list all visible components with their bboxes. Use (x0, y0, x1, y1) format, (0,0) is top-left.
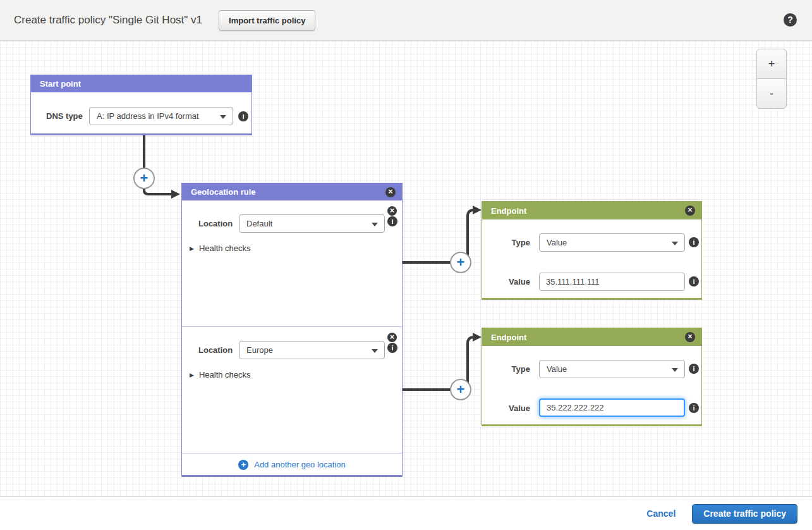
start-point-box: Start point DNS type A: IP address in IP… (30, 75, 252, 135)
help-icon[interactable]: ? (784, 13, 797, 27)
location-selected-value: Default (246, 219, 272, 228)
health-checks-expander[interactable]: ▶ Health checks (190, 243, 251, 253)
type-label: Type (495, 360, 530, 378)
endpoint-type-selected-value: Value (547, 238, 567, 247)
add-icon: + (238, 460, 248, 470)
endpoint-header: Endpoint × (482, 328, 701, 346)
top-header-bar: Create traffic policy "Single Git Host" … (0, 0, 812, 41)
chevron-down-icon (220, 115, 226, 119)
location-selected-value: Europe (246, 345, 273, 355)
add-geo-location-label: Add another geo location (254, 460, 346, 469)
remove-location-icon[interactable]: × (387, 206, 397, 216)
create-traffic-policy-button[interactable]: Create traffic policy (692, 504, 797, 524)
value-label: Value (495, 273, 530, 291)
geolocation-rule-box: Geolocation rule × × Location Default i … (181, 183, 403, 477)
arrowhead-icon (473, 333, 482, 342)
value-info-icon[interactable]: i (689, 276, 699, 287)
location-info-icon[interactable]: i (387, 343, 397, 353)
endpoint-value-input[interactable] (539, 398, 685, 417)
endpoint-type-select[interactable]: Value (539, 233, 685, 252)
canvas: + - + + + Start point DNS type A: IP add… (0, 41, 812, 496)
expander-arrow-icon: ▶ (190, 245, 194, 252)
geo-section-europe: × Location Europe i ▶ Health checks (182, 327, 402, 453)
location-info-icon[interactable]: i (387, 216, 397, 226)
start-point-header: Start point (31, 75, 251, 92)
chevron-down-icon (372, 349, 378, 353)
cancel-link[interactable]: Cancel (646, 508, 676, 519)
type-label: Type (495, 233, 530, 252)
endpoint-title: Endpoint (491, 206, 685, 216)
value-label: Value (495, 399, 530, 417)
location-label: Location (198, 214, 233, 233)
dns-type-select[interactable]: A: IP address in IPv4 format (89, 107, 233, 125)
close-icon[interactable]: × (685, 332, 695, 342)
type-info-icon[interactable]: i (689, 364, 699, 374)
zoom-in-button[interactable]: + (756, 49, 787, 79)
endpoint-title: Endpoint (491, 333, 685, 342)
close-icon[interactable]: × (685, 206, 695, 216)
endpoint-type-select[interactable]: Value (539, 360, 685, 378)
health-checks-expander[interactable]: ▶ Health checks (190, 370, 251, 379)
endpoint-value-input[interactable] (539, 273, 685, 291)
import-traffic-policy-button[interactable]: Import traffic policy (219, 10, 315, 31)
health-checks-label: Health checks (199, 370, 251, 379)
chevron-down-icon (672, 368, 678, 372)
endpoint-box-1: Endpoint × Type Value i Value i (482, 201, 702, 300)
add-geo-location-link[interactable]: + Add another geo location (182, 453, 402, 476)
location-select[interactable]: Default (239, 214, 385, 233)
zoom-out-button[interactable]: - (756, 78, 787, 109)
endpoint-header: Endpoint × (482, 202, 701, 219)
insert-rule-plus-button[interactable]: + (133, 168, 155, 189)
page-title: Create traffic policy "Single Git Host" … (14, 14, 202, 27)
geolocation-rule-title: Geolocation rule (191, 187, 385, 197)
location-label: Location (198, 341, 233, 359)
endpoint-box-2: Endpoint × Type Value i Value i (482, 328, 702, 426)
connect-endpoint-plus-button-2[interactable]: + (450, 379, 471, 400)
geo-section-default: × Location Default i ▶ Health checks (182, 200, 402, 327)
arrowhead-icon (473, 206, 482, 214)
dns-type-info-icon[interactable]: i (238, 111, 248, 121)
chevron-down-icon (672, 242, 678, 245)
value-info-icon[interactable]: i (689, 403, 699, 413)
dns-type-label: DNS type (46, 107, 83, 125)
dns-type-selected-value: A: IP address in IPv4 format (97, 111, 199, 121)
start-point-title: Start point (40, 79, 245, 89)
connect-endpoint-plus-button-1[interactable]: + (450, 252, 471, 273)
health-checks-label: Health checks (199, 243, 251, 253)
endpoint-type-selected-value: Value (547, 364, 567, 374)
chevron-down-icon (372, 223, 378, 226)
type-info-icon[interactable]: i (689, 237, 699, 247)
arrowhead-icon (171, 190, 180, 199)
geolocation-rule-header: Geolocation rule × (182, 183, 402, 200)
remove-location-icon[interactable]: × (387, 333, 397, 342)
close-icon[interactable]: × (385, 187, 396, 197)
zoom-controls: + - (756, 49, 787, 109)
footer-bar: Cancel Create traffic policy (0, 496, 812, 530)
location-select[interactable]: Europe (239, 341, 385, 359)
expander-arrow-icon: ▶ (190, 372, 194, 378)
